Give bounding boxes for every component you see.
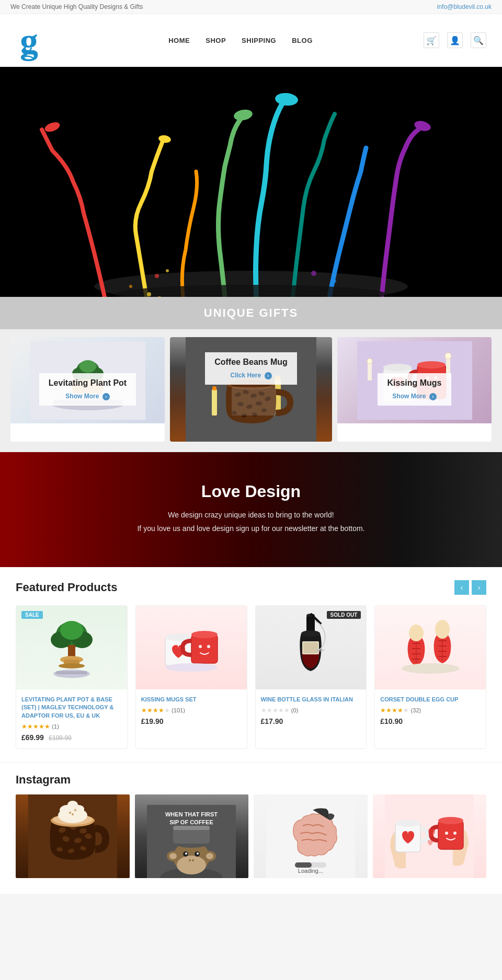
- svg-rect-42: [232, 387, 276, 416]
- svg-point-110: [74, 809, 76, 811]
- svg-rect-43: [212, 389, 217, 416]
- cart-icon[interactable]: 🛒: [424, 32, 439, 48]
- prod-title-3[interactable]: CORSET DOUBLE EGG CUP: [380, 696, 481, 704]
- cta-arrow-levitating: ›: [102, 393, 110, 400]
- svg-point-109: [69, 812, 71, 814]
- prod-info-0: LEVITATING PLANT POT & BASE (SET) | MAGL…: [16, 689, 127, 748]
- svg-point-11: [311, 271, 316, 276]
- prod-img-corset: [375, 606, 486, 689]
- svg-point-122: [185, 852, 187, 855]
- card-cta-kissing[interactable]: Show More ›: [392, 393, 436, 400]
- svg-text:g: g: [20, 21, 38, 61]
- nav-shipping[interactable]: SHIPPING: [242, 37, 276, 44]
- prod-info-2: WINE BOTTLE GLASS IN ITALIAN ★★★★★ (0) £…: [256, 689, 367, 732]
- product-item-3[interactable]: CORSET DOUBLE EGG CUP ★★★★★ (32) £10.90: [374, 605, 486, 749]
- card-cta-coffee[interactable]: Click Here ›: [230, 372, 271, 379]
- products-grid: SALE LEVITATING PLANT POT & BASE (SET): [16, 605, 486, 749]
- svg-point-85: [409, 625, 424, 641]
- instagram-heading: Instagram: [16, 773, 486, 787]
- svg-point-69: [191, 631, 218, 638]
- product-cards-row: Levitating Plant Pot Show More ›: [0, 329, 502, 452]
- svg-point-138: [395, 820, 420, 827]
- product-item-0[interactable]: SALE LEVITATING PLANT POT & BASE (SET): [16, 605, 128, 749]
- card-title-kissing: Kissing Mugs: [387, 378, 441, 388]
- logo[interactable]: g: [16, 19, 58, 61]
- featured-section: Featured Products ‹ › SALE: [0, 567, 502, 762]
- svg-point-24: [79, 360, 96, 373]
- insta-item-1[interactable]: WHEN THAT FIRST SIP OF COFFEE: [135, 794, 249, 878]
- svg-rect-68: [191, 635, 218, 663]
- svg-point-13: [129, 285, 132, 288]
- love-design-line1: We design crazy unique ideas to bring to…: [168, 511, 334, 519]
- svg-point-79: [315, 649, 325, 652]
- love-design-section: Love Design We design crazy unique ideas…: [0, 452, 502, 567]
- card-kissing[interactable]: Kissing Mugs Show More ›: [337, 337, 492, 442]
- svg-point-71: [207, 645, 210, 648]
- svg-point-10: [166, 269, 169, 272]
- prod-info-1: KISSING MUGS SET ★★★★★ (101) £19.90: [136, 689, 247, 732]
- svg-point-70: [199, 645, 202, 648]
- cta-arrow-kissing: ›: [429, 393, 437, 400]
- svg-rect-129: [173, 826, 210, 830]
- rating-count-3: (32): [411, 707, 421, 713]
- insta-item-2[interactable]: Loading...: [254, 794, 368, 878]
- svg-point-142: [453, 832, 457, 835]
- svg-point-12: [333, 280, 336, 283]
- instagram-grid: WHEN THAT FIRST SIP OF COFFEE Loading: [16, 794, 486, 878]
- svg-point-49: [417, 361, 446, 368]
- svg-rect-139: [438, 821, 463, 849]
- unique-gifts-heading: UNIQUE GIFTS: [204, 306, 298, 319]
- main-nav: HOME SHOP SHIPPING BLOG: [168, 37, 313, 44]
- love-design-heading: Love Design: [201, 482, 301, 501]
- svg-point-44: [212, 386, 216, 390]
- card-cta-levitating[interactable]: Show More ›: [65, 393, 109, 400]
- hero-banner: [0, 67, 502, 297]
- svg-point-111: [72, 813, 74, 815]
- nav-shop[interactable]: SHOP: [206, 37, 226, 44]
- prod-info-3: CORSET DOUBLE EGG CUP ★★★★★ (32) £10.90: [375, 689, 486, 732]
- card-coffee[interactable]: Coffee Beans Mug Click Here ›: [170, 337, 332, 442]
- prev-arrow[interactable]: ‹: [454, 580, 469, 595]
- user-icon[interactable]: 👤: [447, 32, 463, 48]
- svg-point-141: [445, 832, 448, 835]
- prod-title-2[interactable]: WINE BOTTLE GLASS IN ITALIAN: [261, 696, 361, 704]
- top-bar: We Create Unique High Quality Designs & …: [0, 0, 502, 14]
- cta-arrow-coffee: ›: [265, 372, 272, 379]
- prod-title-0[interactable]: LEVITATING PLANT POT & BASE (SET) | MAGL…: [21, 696, 122, 720]
- svg-point-125: [189, 859, 191, 861]
- svg-point-63: [59, 663, 85, 668]
- svg-rect-65: [56, 671, 87, 674]
- product-item-1[interactable]: KISSING MUGS SET ★★★★★ (101) £19.90: [135, 605, 247, 749]
- svg-point-15: [147, 292, 151, 296]
- tagline: We Create Unique High Quality Designs & …: [10, 3, 143, 10]
- nav-home[interactable]: HOME: [168, 37, 190, 44]
- svg-point-92: [402, 663, 459, 674]
- svg-rect-134: [295, 862, 312, 868]
- svg-text:SIP OF COFFEE: SIP OF COFFEE: [169, 819, 213, 825]
- next-arrow[interactable]: ›: [472, 580, 486, 595]
- search-icon[interactable]: 🔍: [471, 32, 486, 48]
- svg-point-126: [192, 859, 194, 861]
- prod-stars-2: ★★★★★ (0): [261, 707, 361, 714]
- svg-point-117: [169, 853, 177, 859]
- product-item-2[interactable]: SOLD OUT: [255, 605, 367, 749]
- featured-header: Featured Products ‹ ›: [16, 580, 486, 595]
- svg-point-72: [165, 663, 218, 672]
- svg-text:Loading...: Loading...: [298, 868, 323, 874]
- svg-point-108: [67, 801, 78, 809]
- svg-point-91: [435, 620, 450, 639]
- prod-stars-3: ★★★★★ (32): [380, 707, 481, 714]
- svg-point-53: [445, 353, 451, 359]
- email-link[interactable]: info@bludevil.co.uk: [437, 3, 492, 10]
- insta-item-3[interactable]: [373, 794, 487, 878]
- featured-heading: Featured Products: [16, 581, 117, 594]
- prod-title-1[interactable]: KISSING MUGS SET: [141, 696, 242, 704]
- svg-text:WHEN THAT FIRST: WHEN THAT FIRST: [165, 811, 218, 817]
- prod-img-bonsai: SALE: [16, 606, 127, 689]
- nav-blog[interactable]: BLOG: [292, 37, 313, 44]
- prod-stars-1: ★★★★★ (101): [141, 707, 242, 714]
- insta-item-0[interactable]: [16, 794, 130, 878]
- unique-gifts-banner: UNIQUE GIFTS: [0, 297, 502, 329]
- card-levitating[interactable]: Levitating Plant Pot Show More ›: [10, 337, 165, 442]
- prod-price-3: £10.90: [380, 717, 481, 726]
